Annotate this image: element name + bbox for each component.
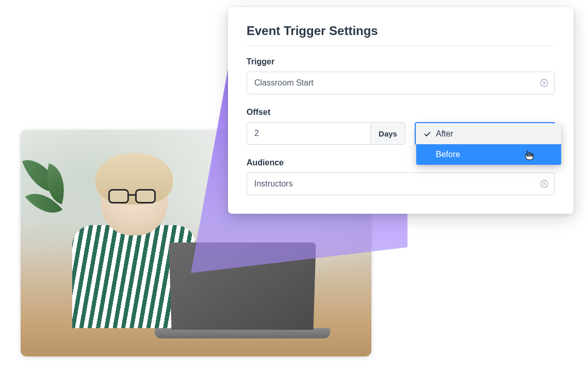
offset-direction-select[interactable]: After Before (415, 122, 555, 145)
close-circle-icon (540, 180, 548, 188)
option-label: After (436, 129, 554, 139)
close-circle-icon (540, 79, 548, 87)
trigger-input[interactable] (247, 72, 555, 94)
trigger-label: Trigger (247, 57, 555, 66)
divider (247, 45, 555, 46)
audience-input[interactable] (247, 173, 555, 195)
checkmark-icon (423, 130, 436, 138)
audience-clear-button[interactable] (540, 179, 549, 189)
option-label: Before (436, 150, 554, 159)
cursor-pointer-icon (524, 149, 534, 161)
trigger-clear-button[interactable] (540, 78, 549, 88)
event-trigger-settings-panel: Event Trigger Settings Trigger Offset Da… (228, 7, 574, 214)
offset-field-group: Offset Days After Before (247, 108, 555, 145)
offset-value-input[interactable] (247, 122, 370, 145)
offset-label: Offset (247, 108, 555, 117)
dropdown-option-before[interactable]: Before (416, 144, 561, 165)
dropdown-option-after[interactable]: After (416, 124, 561, 144)
panel-title: Event Trigger Settings (247, 24, 555, 38)
trigger-field-group: Trigger (247, 57, 555, 94)
offset-unit-label: Days (370, 122, 405, 145)
offset-direction-dropdown: After Before (416, 124, 561, 165)
